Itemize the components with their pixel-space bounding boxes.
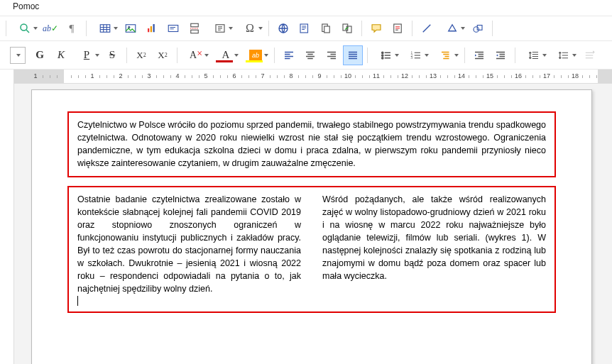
align-center-button[interactable] <box>300 45 320 65</box>
insert-symbol-button[interactable]: Ω <box>236 18 264 38</box>
underline-button[interactable]: P <box>72 45 101 65</box>
line-spacing-button[interactable] <box>550 45 578 65</box>
superscript-button[interactable]: X2 <box>131 45 151 65</box>
svg-rect-9 <box>191 30 199 33</box>
strikethrough-button[interactable]: S <box>102 45 122 65</box>
paragraph-spacing-button[interactable] <box>520 45 548 65</box>
svg-rect-5 <box>151 26 152 32</box>
bullet-list-button[interactable] <box>372 45 400 65</box>
italic-button[interactable]: K <box>51 45 71 65</box>
text-frame-1[interactable]: Czytelnictwo w Polsce wróciło do poziomu… <box>67 111 556 177</box>
insert-hyperlink-button[interactable] <box>273 18 293 38</box>
align-left-button[interactable] <box>279 45 299 65</box>
increase-indent-button[interactable] <box>469 45 489 65</box>
decrease-indent-button[interactable] <box>491 45 510 65</box>
svg-point-21 <box>382 54 383 55</box>
paragraph-2-col1[interactable]: Ostatnie badanie czytelnictwa zrealizowa… <box>77 193 301 296</box>
svg-rect-1 <box>100 25 110 33</box>
insert-table-button[interactable] <box>91 18 119 38</box>
svg-text:3: 3 <box>411 55 413 60</box>
vertical-ruler <box>0 70 14 364</box>
increase-paragraph-button[interactable] <box>579 45 599 65</box>
subscript-button[interactable]: X2 <box>153 45 173 65</box>
find-replace-button[interactable] <box>11 18 39 38</box>
page[interactable]: Czytelnictwo w Polsce wróciło do poziomu… <box>31 89 592 364</box>
workspace: 1123456789101112131415161718 Czytelnictw… <box>0 70 612 364</box>
svg-rect-4 <box>148 28 149 32</box>
horizontal-ruler[interactable]: 1123456789101112131415161718 <box>14 70 612 84</box>
line-button[interactable] <box>417 18 437 38</box>
svg-point-22 <box>382 57 383 58</box>
menu-item-help[interactable]: Pomoc <box>13 1 39 11</box>
document-area[interactable]: Czytelnictwo w Polsce wróciło do poziomu… <box>14 84 612 364</box>
svg-point-18 <box>474 27 479 33</box>
insert-pagebreak-button[interactable] <box>185 18 204 38</box>
insert-crossref-button[interactable] <box>337 18 357 38</box>
insert-field-button[interactable] <box>206 18 234 38</box>
svg-rect-12 <box>300 24 308 33</box>
svg-rect-8 <box>191 23 199 27</box>
insert-comment-button[interactable] <box>366 18 386 38</box>
font-color-button[interactable]: A <box>212 45 240 65</box>
draw-functions-button[interactable] <box>468 18 488 38</box>
track-changes-button[interactable] <box>388 18 408 38</box>
paragraph-2-col2[interactable]: Wśród pożądanych, ale także wśród realiz… <box>322 193 546 283</box>
formatting-toolbar: G K P S X2 X2 A⨯ A ab 123 <box>0 41 612 70</box>
insert-image-button[interactable] <box>121 18 141 38</box>
insert-bookmark-button[interactable] <box>316 18 336 38</box>
text-frame-2[interactable]: Ostatnie badanie czytelnictwa zrealizowa… <box>67 186 556 313</box>
align-justify-button[interactable] <box>343 45 363 65</box>
clear-formatting-button[interactable]: A⨯ <box>182 45 210 65</box>
number-list-button[interactable]: 123 <box>402 45 430 65</box>
basic-shapes-button[interactable] <box>438 18 466 38</box>
insert-chart-button[interactable] <box>142 18 162 38</box>
insert-footnote-button[interactable] <box>295 18 315 38</box>
paragraph-1[interactable]: Czytelnictwo w Polsce wróciło do poziomu… <box>77 118 546 170</box>
formatting-marks-button[interactable]: ¶ <box>62 18 82 38</box>
svg-rect-7 <box>168 26 178 32</box>
svg-rect-14 <box>324 26 330 33</box>
bold-button[interactable]: G <box>30 45 50 65</box>
align-right-button[interactable] <box>322 45 341 65</box>
standard-toolbar: ab✓ ¶ Ω <box>0 16 612 41</box>
svg-point-20 <box>382 52 383 53</box>
font-size-dropdown[interactable] <box>10 47 26 64</box>
svg-point-0 <box>21 24 27 31</box>
spellcheck-button[interactable]: ab✓ <box>40 18 60 38</box>
insert-textbox-button[interactable] <box>163 18 183 38</box>
text-cursor <box>77 296 78 306</box>
outline-list-button[interactable] <box>432 45 460 65</box>
svg-rect-6 <box>153 24 155 32</box>
highlight-color-button[interactable]: ab <box>241 45 270 65</box>
menu-bar: Pomoc <box>0 0 612 16</box>
